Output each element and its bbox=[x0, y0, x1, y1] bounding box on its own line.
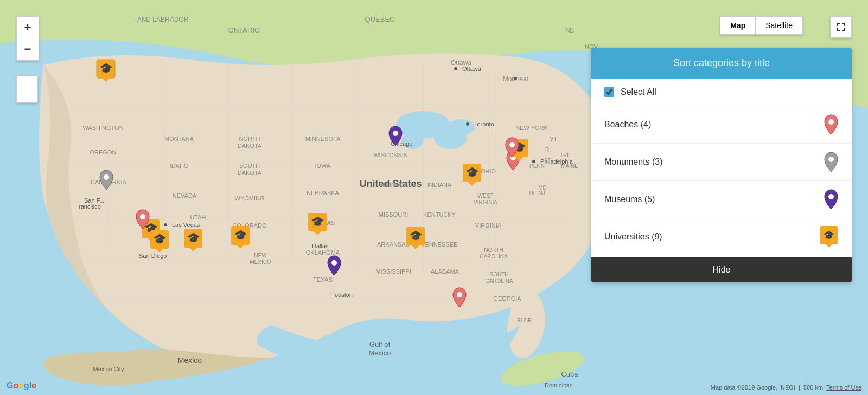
svg-point-131 bbox=[828, 119, 834, 125]
beaches-pin-icon bbox=[824, 114, 839, 135]
svg-text:QUEBEC: QUEBEC bbox=[365, 15, 395, 23]
monuments-label: Monuments (3) bbox=[604, 157, 824, 167]
zoom-in-button[interactable]: + bbox=[17, 17, 39, 38]
zoom-controls[interactable]: + − bbox=[16, 16, 39, 61]
svg-text:MONTANA: MONTANA bbox=[164, 135, 194, 142]
fullscreen-button[interactable] bbox=[830, 16, 852, 38]
svg-text:Las Vegas: Las Vegas bbox=[172, 222, 200, 228]
university-marker[interactable]: 🎓 bbox=[462, 163, 482, 188]
map-scale: 500 km bbox=[803, 384, 823, 391]
select-all-row[interactable]: Select All bbox=[591, 79, 852, 106]
filter-row-museums[interactable]: Museums (5) bbox=[591, 181, 852, 218]
svg-text:VIRGINIA: VIRGINIA bbox=[475, 222, 502, 229]
svg-text:NEVADA: NEVADA bbox=[173, 192, 197, 199]
svg-point-128 bbox=[393, 131, 398, 136]
svg-point-82 bbox=[454, 67, 457, 70]
map-type-control: Map Satellite bbox=[720, 16, 803, 35]
svg-text:Mexico: Mexico bbox=[368, 349, 391, 357]
svg-text:FLOR: FLOR bbox=[518, 318, 532, 323]
svg-text:Toronto: Toronto bbox=[474, 121, 494, 127]
svg-text:AND LABRADOR: AND LABRADOR bbox=[137, 16, 189, 23]
beaches-label: Beaches (4) bbox=[604, 120, 824, 129]
svg-text:WISCONSIN: WISCONSIN bbox=[373, 152, 408, 158]
university-marker[interactable]: 🎓 bbox=[406, 226, 425, 251]
svg-text:Mexico City: Mexico City bbox=[93, 366, 124, 372]
svg-marker-117 bbox=[411, 245, 420, 249]
svg-text:ARKANSAS: ARKANSAS bbox=[377, 241, 410, 248]
svg-text:🎓: 🎓 bbox=[465, 166, 479, 179]
svg-text:Gulf of: Gulf of bbox=[369, 340, 391, 348]
university-marker[interactable]: 🎓 bbox=[231, 226, 250, 251]
beach-marker[interactable] bbox=[505, 137, 520, 160]
svg-text:rancisco: rancisco bbox=[79, 203, 101, 210]
svg-text:🎓: 🎓 bbox=[824, 230, 835, 241]
university-marker[interactable]: 🎓 bbox=[308, 212, 327, 237]
svg-text:NB: NB bbox=[565, 27, 575, 34]
filter-panel-title: Sort categories by title bbox=[673, 57, 770, 68]
svg-text:Mexico: Mexico bbox=[178, 356, 202, 365]
map-footer: Map data ©2019 Google, INEGI | 500 km Te… bbox=[0, 380, 868, 395]
map-type-satellite-button[interactable]: Satellite bbox=[756, 17, 802, 34]
filter-row-monuments[interactable]: Monuments (3) bbox=[591, 144, 852, 181]
svg-text:CAROLINA: CAROLINA bbox=[485, 278, 513, 284]
hide-button[interactable]: Hide bbox=[591, 257, 852, 282]
svg-text:KENTUCKY: KENTUCKY bbox=[423, 211, 456, 218]
universities-label: Universities (9) bbox=[604, 232, 819, 242]
svg-point-129 bbox=[331, 260, 337, 266]
svg-text:TENNESSEE: TENNESSEE bbox=[422, 241, 458, 248]
beach-marker[interactable] bbox=[452, 287, 467, 310]
select-all-label: Select All bbox=[621, 87, 656, 97]
filter-row-beaches[interactable]: Beaches (4) bbox=[591, 106, 852, 144]
svg-text:🎓: 🎓 bbox=[234, 229, 247, 242]
svg-text:IDAHO: IDAHO bbox=[170, 163, 189, 169]
svg-text:WEST: WEST bbox=[478, 193, 494, 199]
filter-panel-header: Sort categories by title bbox=[591, 48, 852, 79]
svg-marker-120 bbox=[468, 182, 476, 186]
map-attribution: Map data ©2019 Google, INEGI bbox=[711, 384, 795, 391]
svg-text:DAKOTA: DAKOTA bbox=[238, 143, 262, 149]
svg-text:VIRGINIA: VIRGINIA bbox=[474, 199, 497, 205]
university-marker[interactable]: 🎓 bbox=[183, 229, 203, 254]
svg-text:SOUTH: SOUTH bbox=[239, 163, 260, 169]
svg-marker-114 bbox=[313, 231, 322, 235]
museums-pin-icon bbox=[824, 189, 839, 210]
svg-text:TRI: TRI bbox=[560, 152, 569, 158]
svg-text:RI: RI bbox=[545, 147, 551, 153]
beach-marker[interactable] bbox=[135, 209, 150, 232]
svg-text:🎓: 🎓 bbox=[99, 62, 113, 75]
svg-text:NORTH: NORTH bbox=[484, 247, 503, 253]
universities-pin-icon: 🎓 bbox=[819, 226, 839, 248]
svg-text:Houston: Houston bbox=[330, 292, 353, 298]
svg-text:DAKOTA: DAKOTA bbox=[238, 170, 262, 176]
university-marker[interactable]: 🎓 bbox=[150, 230, 169, 255]
museums-label: Museums (5) bbox=[604, 195, 824, 204]
svg-text:🎓: 🎓 bbox=[311, 215, 324, 228]
svg-point-132 bbox=[828, 157, 834, 162]
svg-point-4 bbox=[448, 119, 475, 135]
svg-point-125 bbox=[457, 292, 462, 297]
monument-marker[interactable] bbox=[99, 169, 114, 193]
zoom-out-button[interactable]: − bbox=[17, 38, 39, 60]
map-type-map-button[interactable]: Map bbox=[720, 17, 756, 34]
svg-text:🎓: 🎓 bbox=[409, 229, 423, 242]
svg-point-133 bbox=[828, 194, 834, 199]
svg-text:INDIANA: INDIANA bbox=[427, 182, 452, 188]
svg-marker-105 bbox=[155, 248, 164, 252]
svg-text:🎓: 🎓 bbox=[153, 232, 167, 245]
select-all-checkbox[interactable] bbox=[604, 87, 614, 97]
svg-text:Ottawa: Ottawa bbox=[462, 66, 482, 72]
map-terms[interactable]: Terms of Use bbox=[826, 384, 861, 391]
filter-row-universities[interactable]: Universities (9) 🎓 bbox=[591, 218, 852, 255]
svg-text:🎓: 🎓 bbox=[187, 231, 200, 244]
svg-text:WYOMING: WYOMING bbox=[235, 195, 265, 202]
svg-point-84 bbox=[514, 77, 517, 80]
university-marker[interactable]: 🎓 bbox=[96, 59, 116, 84]
map-control-blank bbox=[16, 76, 38, 103]
svg-text:WASHINGTON: WASHINGTON bbox=[82, 125, 123, 131]
svg-marker-136 bbox=[825, 243, 833, 248]
svg-text:CAROLINA: CAROLINA bbox=[480, 254, 507, 260]
svg-point-89 bbox=[164, 223, 167, 226]
museum-marker[interactable] bbox=[327, 255, 342, 279]
svg-text:VT: VT bbox=[550, 136, 557, 142]
museum-marker[interactable] bbox=[388, 125, 403, 149]
